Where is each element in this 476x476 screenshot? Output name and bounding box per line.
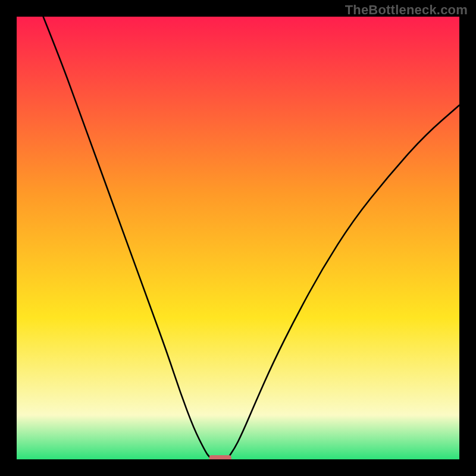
min-marker: [209, 455, 231, 459]
gradient-background: [17, 17, 459, 459]
plot-area: [17, 17, 459, 459]
watermark-text: TheBottleneck.com: [345, 2, 468, 18]
chart-svg: [17, 17, 459, 459]
chart-root: TheBottleneck.com: [0, 0, 476, 476]
